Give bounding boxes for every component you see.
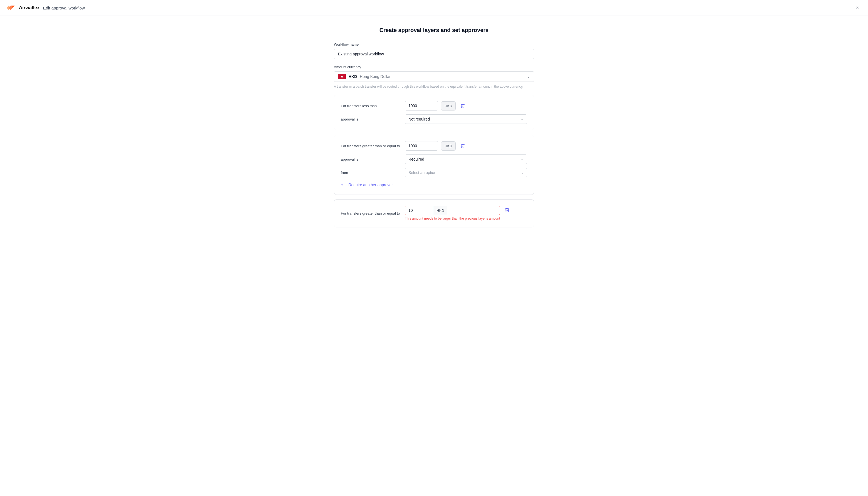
rule1-transfer-row: For transfers less than HKD [341,101,527,110]
page-header-title: Edit approval workflow [43,5,85,10]
trash-icon [460,143,465,148]
plus-icon: + [341,182,343,187]
amount-currency-label: Amount currency [334,65,534,69]
logo-text: Airwallex [19,5,40,11]
chevron-down-icon: ⌄ [521,157,524,161]
top-bar-left: Airwallex Edit approval workflow [7,4,85,11]
rule3-amount-group: HKD [405,206,500,215]
rule-card-3: For transfers greater than or equal to H… [334,199,534,228]
rule1-approval-value: Not required [408,117,430,121]
rule1-condition-label: For transfers less than [341,104,402,108]
rule2-approval-select[interactable]: Required ⌄ [405,154,527,164]
rule3-condition-label: For transfers greater than or equal to [341,211,402,215]
rule1-delete-button[interactable] [459,102,467,110]
workflow-name-section: Workflow name [334,42,534,59]
currency-code: HKD [349,74,357,79]
rule2-condition-label: For transfers greater than or equal to [341,144,402,148]
rule3-amount-input[interactable] [405,206,433,215]
close-button[interactable]: × [854,4,861,12]
rule2-currency-badge: HKD [441,141,456,151]
chevron-down-icon: ⌄ [521,117,524,121]
currency-selector[interactable]: ★ HKD Hong Kong Dollar ⌄ [334,71,534,82]
rule1-currency-badge: HKD [441,101,456,110]
top-bar: Airwallex Edit approval workflow × [0,0,868,16]
add-approver-button[interactable]: + + Require another approver [341,181,393,188]
workflow-name-input[interactable] [334,49,534,59]
chevron-down-icon: ⌄ [527,75,530,78]
rule2-approval-row: approval is Required ⌄ [341,154,527,164]
airwallex-logo-icon [7,4,17,11]
rule2-from-value: Select an option [408,170,436,175]
currency-name: Hong Kong Dollar [360,74,391,79]
add-approver-label: + Require another approver [345,183,393,187]
workflow-name-label: Workflow name [334,42,534,46]
page-title: Create approval layers and set approvers [334,27,534,33]
trash-icon [460,103,465,108]
hk-flag-icon: ★ [338,74,346,79]
rule1-approval-label: approval is [341,117,402,121]
rule3-transfer-row: For transfers greater than or equal to H… [341,206,527,221]
rule2-approval-value: Required [408,157,424,161]
rule-card-1: For transfers less than HKD approval is … [334,95,534,130]
trash-icon [505,207,510,212]
currency-hint: A transfer or a batch transfer will be r… [334,84,534,89]
rule2-approval-label: approval is [341,157,402,161]
rule2-delete-button[interactable] [459,142,467,150]
amount-currency-section: Amount currency ★ HKD Hong Kong Dollar ⌄… [334,65,534,89]
rule2-transfer-row: For transfers greater than or equal to H… [341,141,527,151]
rule2-from-row: from Select an option ⌄ [341,168,527,177]
rule1-amount-input[interactable] [405,101,438,110]
rule1-approval-select[interactable]: Not required ⌄ [405,114,527,124]
rule3-currency-suffix: HKD [433,206,447,215]
main-content: Create approval layers and set approvers… [328,16,540,249]
rule-card-2: For transfers greater than or equal to H… [334,135,534,195]
svg-text:★: ★ [340,75,343,78]
rule2-amount-input[interactable] [405,141,438,151]
close-icon: × [856,5,859,11]
rule2-from-select[interactable]: Select an option ⌄ [405,168,527,177]
rule2-from-label: from [341,171,402,175]
chevron-down-icon: ⌄ [521,171,524,174]
rule1-approval-row: approval is Not required ⌄ [341,114,527,124]
logo: Airwallex [7,4,40,11]
rule3-delete-button[interactable] [503,206,511,214]
rule3-error-message: This amount needs to be larger than the … [405,216,500,221]
